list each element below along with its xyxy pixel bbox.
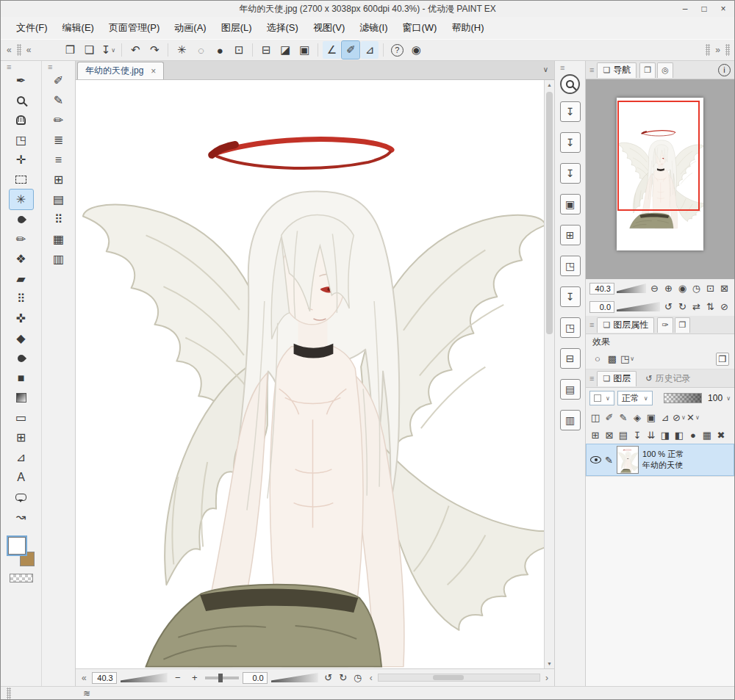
- nav-rotation-slider[interactable]: [617, 302, 660, 311]
- snap-to-ruler-button[interactable]: ∠: [323, 41, 340, 59]
- subtool-film[interactable]: ▥: [47, 249, 71, 269]
- status-bar-grip[interactable]: [7, 688, 11, 699]
- collapsed-palette-10-button[interactable]: ▤: [560, 379, 581, 400]
- undo-button[interactable]: ↶: [126, 41, 144, 59]
- dock-grip[interactable]: [706, 44, 710, 56]
- navigator-view-rect[interactable]: [617, 101, 700, 211]
- transfer-to-lower-layer-button[interactable]: ↧: [631, 428, 644, 441]
- eyedropper-tool[interactable]: [10, 209, 33, 229]
- invert-selection-button[interactable]: ●: [211, 41, 229, 59]
- tool-palette-grip[interactable]: ≡: [7, 63, 11, 71]
- nav-zoom-out-button[interactable]: ⊖: [648, 282, 661, 295]
- collapsed-palette-3-button[interactable]: ↧: [560, 163, 581, 184]
- menu-item[interactable]: 滤镜(I): [353, 18, 394, 37]
- nav-actual-size-button[interactable]: ◉: [676, 282, 689, 295]
- dock-palette-grip[interactable]: ≡: [560, 64, 564, 71]
- help-button[interactable]: ?: [388, 41, 406, 59]
- footer-collapse-button[interactable]: «: [80, 673, 88, 683]
- collapse-tools-button[interactable]: «: [25, 45, 33, 55]
- launch-selection-button[interactable]: ⊟: [257, 41, 275, 59]
- layer-name[interactable]: 年幼的天使: [642, 460, 684, 471]
- nav-zoom-in-button[interactable]: ⊕: [662, 282, 675, 295]
- flip-horizontal-button[interactable]: ⇄: [690, 300, 703, 314]
- snap-to-grid-button[interactable]: ⊿: [361, 41, 379, 59]
- hscroll-left-button[interactable]: ‹: [368, 673, 374, 683]
- selection-tool[interactable]: [10, 170, 33, 190]
- ruler-range-button[interactable]: ⊘∨: [673, 411, 686, 424]
- collapsed-palette-4-button[interactable]: ▣: [560, 194, 581, 214]
- decoration-tool[interactable]: ◆: [10, 328, 33, 348]
- redo-history-button[interactable]: ↻: [337, 671, 350, 685]
- material-tray-button[interactable]: ≋: [83, 688, 90, 699]
- redo-button[interactable]: ↷: [146, 41, 163, 59]
- zoom-out-button[interactable]: −: [171, 671, 184, 685]
- quick-access-button[interactable]: ◉: [407, 41, 425, 59]
- nav-zoom-value[interactable]: 40.3: [589, 283, 614, 295]
- scroll-down-button[interactable]: ▼: [545, 661, 554, 666]
- blend-tool[interactable]: [10, 348, 33, 368]
- zoom-value[interactable]: 40.3: [92, 672, 117, 684]
- balloon-tool[interactable]: [10, 487, 33, 507]
- zoom-track-thumb[interactable]: [218, 674, 223, 682]
- layers-grip[interactable]: ≡: [589, 375, 594, 382]
- new-raster-layer-button[interactable]: ⊞: [589, 428, 602, 441]
- delete-layer-button[interactable]: ✖: [714, 428, 728, 441]
- clip-to-layer-below-button[interactable]: ◫: [589, 411, 602, 424]
- nav-full-view-button[interactable]: ⊠: [718, 282, 731, 295]
- tool-property-tab[interactable]: ✑: [657, 317, 673, 333]
- rotation-value[interactable]: 0.0: [243, 672, 268, 684]
- menu-item[interactable]: 选择(S): [260, 18, 305, 37]
- rotation-slider[interactable]: [271, 673, 318, 682]
- subtool-pen-2[interactable]: ✎: [47, 90, 71, 110]
- main-color-swatch[interactable]: [8, 537, 26, 555]
- collapsed-palette-5-button[interactable]: ⊞: [560, 225, 581, 245]
- new-layer-folder-button[interactable]: ▤: [617, 428, 630, 441]
- pen-tool[interactable]: ✏: [10, 229, 33, 249]
- new-vector-layer-button[interactable]: ⊠: [603, 428, 616, 441]
- panel-option-button[interactable]: ❐: [716, 353, 729, 366]
- navigator-grip[interactable]: ≡: [589, 66, 594, 73]
- dropdown-arrow[interactable]: ∨: [695, 414, 700, 421]
- menu-item[interactable]: 图层(L): [215, 18, 259, 37]
- collapsed-palette-11-button[interactable]: ▥: [560, 410, 581, 430]
- zoom-in-button[interactable]: +: [188, 671, 201, 685]
- reset-rotation-button[interactable]: ⊘: [718, 300, 731, 314]
- save-file-button[interactable]: ↧∨: [99, 41, 117, 59]
- document-tab[interactable]: 年幼的天使.jpg ×: [77, 62, 164, 79]
- layer-thumbnail[interactable]: [617, 446, 639, 474]
- layer-visibility-icon[interactable]: [590, 456, 601, 463]
- lock-layer-button[interactable]: ◈: [631, 411, 644, 424]
- text-tool[interactable]: A: [10, 467, 33, 487]
- navigator-thumbnail[interactable]: [617, 98, 703, 250]
- maximize-button[interactable]: □: [695, 1, 714, 17]
- nav-fit-screen-button[interactable]: ◷: [690, 282, 703, 295]
- tone-effect-button[interactable]: ▩: [606, 353, 619, 366]
- collapse-left-button[interactable]: «: [5, 45, 13, 55]
- opacity-value[interactable]: 100: [705, 393, 723, 403]
- quick-zoom-button[interactable]: [560, 74, 580, 94]
- gradient-tool[interactable]: [10, 388, 33, 408]
- nav-fit-width-button[interactable]: ⊡: [704, 282, 717, 295]
- quick-mask-button[interactable]: ◪: [276, 41, 294, 59]
- transparent-color-swatch[interactable]: [10, 574, 33, 582]
- subtool-pencil[interactable]: ✏: [47, 110, 71, 130]
- dropdown-arrow[interactable]: ∨: [630, 356, 634, 362]
- vertical-scroll-thumb[interactable]: [546, 92, 553, 334]
- tab-navigator[interactable]: ❏ 导航: [597, 62, 637, 78]
- line-correction-tool[interactable]: ↝: [10, 507, 33, 527]
- deselect-button[interactable]: ✳: [173, 41, 190, 59]
- dropdown-arrow[interactable]: ∨: [681, 414, 686, 421]
- layer-settings-button[interactable]: ▦: [700, 428, 714, 441]
- nav-rotation-value[interactable]: 0.0: [589, 301, 614, 313]
- auto-select-tool[interactable]: ✳: [10, 190, 33, 209]
- subtool-round-brush[interactable]: ≣: [47, 130, 71, 150]
- opacity-slider[interactable]: [664, 393, 702, 403]
- selection-area-button[interactable]: ▣: [295, 41, 313, 59]
- reselect-button[interactable]: ◌: [192, 41, 209, 59]
- menu-item[interactable]: 动画(A): [168, 18, 212, 37]
- blend-mode-combo[interactable]: 正常 ∨: [617, 391, 653, 405]
- palette-color-combo[interactable]: ∨: [589, 391, 614, 405]
- menu-item[interactable]: 视图(V): [306, 18, 351, 37]
- tab-layers[interactable]: ❏ 图层: [597, 371, 637, 386]
- rotate-left-button[interactable]: ↺: [662, 300, 675, 314]
